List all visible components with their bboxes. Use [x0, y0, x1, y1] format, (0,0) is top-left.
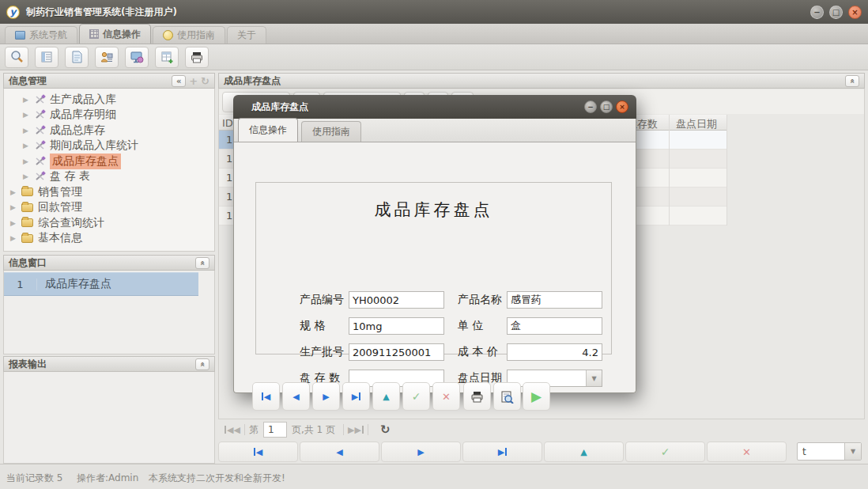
tree-folder[interactable]: ▶ 回款管理: [4, 200, 214, 216]
search-button[interactable]: [5, 47, 28, 68]
tree-folder[interactable]: ▶ 销售管理: [4, 184, 214, 200]
record-combo[interactable]: t ▼: [797, 442, 862, 461]
collapse-up-icon[interactable]: «: [845, 75, 859, 87]
info-management-header: 信息管理 « + ↻: [3, 73, 215, 89]
collapse-up-icon[interactable]: «: [195, 358, 209, 370]
product-name-input[interactable]: [507, 291, 602, 309]
cost-price-input[interactable]: [507, 343, 602, 361]
record-first-button[interactable]: [218, 442, 298, 462]
nav-first-button[interactable]: [252, 382, 280, 411]
tree-item[interactable]: ▶ 生产成品入库: [4, 92, 214, 108]
info-window-row-selected[interactable]: 1 成品库存盘点: [4, 272, 198, 296]
print-preview-button[interactable]: [493, 382, 521, 411]
record-up-button[interactable]: [544, 442, 624, 462]
tab-about[interactable]: 关于: [227, 26, 266, 44]
confirm-button[interactable]: [402, 382, 430, 411]
dialog-maximize-button[interactable]: □: [600, 100, 613, 113]
expander-icon[interactable]: ▶: [23, 96, 34, 104]
guide-icon: [163, 30, 173, 40]
cancel-button[interactable]: [432, 382, 460, 411]
page-last-icon[interactable]: [354, 426, 363, 434]
record-confirm-button[interactable]: [625, 442, 705, 462]
tree-folder[interactable]: ▶ 基本信息: [4, 231, 214, 247]
batch-no-input[interactable]: [349, 343, 444, 361]
field-product-code: 产品编号: [300, 291, 444, 309]
dialog-tab-info-ops[interactable]: 信息操作: [238, 118, 298, 142]
add-icon[interactable]: +: [189, 75, 198, 87]
refresh-icon[interactable]: ↻: [380, 423, 391, 437]
expander-icon[interactable]: ▶: [23, 157, 34, 165]
dialog-close-button[interactable]: ×: [616, 100, 628, 113]
report-output-title: 报表输出: [9, 358, 47, 371]
collapse-up-icon[interactable]: «: [195, 257, 209, 269]
expander-icon[interactable]: ▶: [10, 219, 21, 227]
tree-item[interactable]: ▶ 盘 存 表: [4, 169, 214, 185]
top-toolbar: [0, 44, 868, 70]
col-header-id[interactable]: ID: [222, 117, 233, 129]
nav-next-button[interactable]: [312, 382, 340, 411]
tree-item[interactable]: ▶ 期间成品入库统计: [4, 138, 214, 154]
monitor-globe-icon: [130, 50, 144, 64]
check-icon: [661, 446, 670, 457]
tree-folder[interactable]: ▶ 综合查询统计: [4, 215, 214, 231]
tab-info-ops[interactable]: 信息操作: [79, 24, 151, 44]
maximize-button[interactable]: □: [829, 6, 843, 19]
expander-icon[interactable]: ▶: [23, 142, 34, 150]
record-last-button[interactable]: [462, 442, 542, 462]
refresh-icon[interactable]: ↻: [201, 75, 209, 87]
tree-item-selected[interactable]: ▶ 成品库存盘点: [4, 154, 214, 169]
unit-input[interactable]: [507, 317, 602, 335]
page-prev-icon[interactable]: [233, 426, 240, 434]
tab-system-nav[interactable]: 系统导航: [5, 26, 77, 44]
status-message: 本系统支持二次开发和全新开发!: [149, 472, 285, 485]
expander-icon[interactable]: ▶: [10, 203, 21, 211]
run-button[interactable]: [523, 382, 550, 411]
document-button[interactable]: [65, 47, 89, 68]
print-button[interactable]: [463, 382, 491, 411]
divider: [343, 424, 344, 435]
nav-prev-button[interactable]: [282, 382, 310, 411]
chevron-down-icon[interactable]: ▼: [844, 443, 861, 460]
up-icon: [383, 392, 389, 401]
last-icon: [352, 392, 360, 401]
status-bar: 当前记录数 5 操作者:Admin 本系统支持二次开发和全新开发!: [0, 464, 868, 489]
product-code-input[interactable]: [349, 291, 444, 309]
info-window-title: 信息窗口: [9, 256, 47, 270]
chevron-down-icon[interactable]: ▼: [586, 370, 602, 386]
tree-item[interactable]: ▶ 成品总库存: [4, 123, 214, 138]
spec-input[interactable]: [349, 317, 444, 335]
dialog-minimize-button[interactable]: −: [584, 100, 597, 113]
tree-item[interactable]: ▶ 成品库存明细: [4, 108, 214, 123]
window-title: 制药行业销售管理系统(非注册用户): [26, 6, 177, 19]
up-button[interactable]: [372, 382, 400, 411]
data-list-button[interactable]: [35, 47, 58, 68]
close-button[interactable]: ×: [848, 6, 862, 19]
customer-button[interactable]: [95, 47, 119, 68]
expander-icon[interactable]: ▶: [10, 188, 21, 196]
tab-user-guide[interactable]: 使用指南: [153, 26, 225, 44]
expander-icon[interactable]: ▶: [23, 111, 34, 119]
x-icon: [442, 392, 451, 402]
expander-icon[interactable]: ▶: [23, 127, 34, 135]
col-header-pandianriqi[interactable]: 盘点日期: [676, 117, 717, 131]
collapse-left-icon[interactable]: «: [172, 75, 186, 87]
expander-icon[interactable]: ▶: [10, 234, 21, 242]
page-first-icon[interactable]: [225, 426, 233, 434]
table-add-button[interactable]: [155, 47, 179, 68]
minimize-button[interactable]: −: [810, 6, 824, 19]
page-number-input[interactable]: [263, 422, 287, 438]
record-next-button[interactable]: [381, 442, 461, 462]
field-product-name: 产品名称: [458, 291, 602, 309]
page-next-icon[interactable]: [348, 426, 354, 434]
expander-icon[interactable]: ▶: [23, 172, 34, 180]
record-prev-button[interactable]: [300, 442, 379, 462]
tools-icon: [34, 109, 47, 120]
dialog-tab-user-guide[interactable]: 使用指南: [301, 121, 361, 142]
printer-button[interactable]: [185, 47, 209, 68]
tools-icon: [34, 171, 47, 182]
nav-last-button[interactable]: [342, 382, 370, 411]
monitor-globe-button[interactable]: [125, 47, 149, 68]
play-icon: [531, 390, 542, 404]
dialog-title: 成品库存盘点: [251, 100, 308, 114]
record-cancel-button[interactable]: [707, 442, 787, 462]
